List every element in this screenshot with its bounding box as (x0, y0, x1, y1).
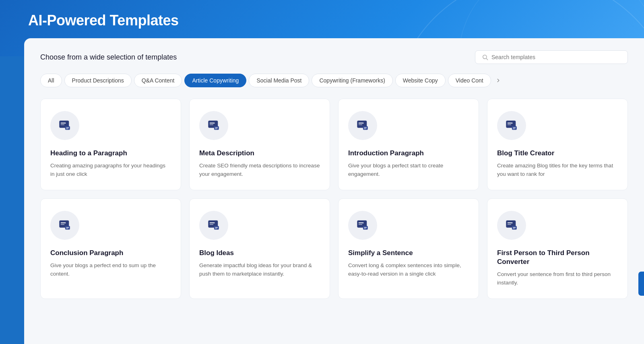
card-description: Give your blogs a perfect start to creat… (348, 162, 469, 179)
tab-article-copywriting[interactable]: Article Copywriting (184, 74, 246, 87)
template-card-blog-title-creator[interactable]: Blog Title Creator Create amazing Blog t… (487, 99, 628, 190)
tab-product-descriptions[interactable]: Product Descriptions (64, 74, 132, 87)
svg-rect-52 (508, 222, 513, 223)
template-icon (355, 117, 370, 134)
tabs-row: AllProduct DescriptionsQ&A ContentArticl… (40, 74, 628, 87)
template-icon (206, 117, 221, 134)
tab-all[interactable]: All (40, 74, 62, 87)
cards-grid: Heading to a Paragraph Creating amazing … (40, 99, 628, 299)
search-input[interactable] (491, 54, 621, 60)
svg-rect-43 (215, 228, 217, 229)
card-description: Creating amazing paragraphs for your hea… (50, 162, 171, 179)
svg-rect-28 (513, 128, 516, 128)
svg-rect-39 (210, 224, 213, 225)
svg-rect-14 (215, 128, 218, 128)
panel-header: Choose from a wide selection of template… (40, 50, 628, 64)
tab-social-media-post[interactable]: Social Media Post (249, 74, 309, 87)
svg-rect-49 (364, 227, 367, 228)
svg-rect-4 (61, 124, 64, 125)
card-icon-wrap (50, 211, 79, 240)
search-icon (482, 54, 488, 60)
svg-rect-22 (364, 128, 365, 129)
card-description: Convert long & complex sentences into si… (348, 262, 469, 278)
svg-line-1 (486, 58, 487, 60)
svg-rect-25 (508, 124, 511, 125)
card-icon-wrap (348, 211, 377, 240)
main-panel: Choose from a wide selection of template… (24, 38, 644, 344)
tab-video-cont[interactable]: Video Cont (448, 74, 491, 87)
template-card-first-to-third-person[interactable]: First Person to Third Person Converter C… (487, 198, 628, 299)
card-description: Generate impactful blog ideas for your b… (199, 262, 320, 278)
svg-rect-53 (508, 224, 511, 225)
template-icon (355, 217, 370, 233)
svg-rect-50 (364, 228, 365, 229)
card-title: Blog Ideas (199, 249, 320, 257)
card-title: Heading to a Paragraph (50, 149, 171, 158)
template-icon (58, 117, 72, 134)
card-title: Conclusion Paragraph (50, 249, 171, 257)
svg-rect-56 (513, 227, 516, 228)
card-icon-wrap (497, 211, 526, 240)
panel-subtitle: Choose from a wide selection of template… (40, 53, 177, 62)
tab-qa-content[interactable]: Q&A Content (134, 74, 182, 87)
template-icon (504, 217, 519, 233)
card-title: Introduction Paragraph (348, 149, 469, 158)
svg-rect-31 (61, 222, 66, 223)
card-title: Simplify a Sentence (348, 249, 469, 257)
svg-point-0 (483, 55, 487, 59)
svg-rect-15 (215, 128, 217, 129)
card-description: Give your blogs a perfect end to sum up … (50, 262, 171, 278)
card-description: Convert your sentence from first to thir… (497, 270, 618, 287)
template-card-introduction-paragraph[interactable]: Introduction Paragraph Give your blogs a… (338, 99, 479, 190)
tabs-next-arrow[interactable] (493, 76, 503, 85)
svg-rect-36 (66, 228, 68, 229)
svg-rect-57 (513, 228, 514, 229)
tab-copywriting-frameworks[interactable]: Copywriting (Frameworks) (312, 74, 392, 87)
svg-rect-10 (210, 123, 215, 124)
card-icon-wrap (50, 111, 79, 140)
svg-rect-29 (513, 128, 514, 129)
svg-rect-46 (359, 224, 362, 225)
svg-rect-18 (359, 124, 362, 125)
template-card-simplify-sentence[interactable]: Simplify a Sentence Convert long & compl… (338, 198, 479, 299)
svg-rect-42 (215, 227, 218, 228)
template-card-blog-ideas[interactable]: Blog Ideas Generate impactful blog ideas… (189, 198, 330, 299)
page-title: AI-Powered Templates (28, 12, 178, 29)
card-description: Create amazing Blog titles for the key t… (497, 162, 618, 179)
template-icon (58, 217, 72, 233)
svg-rect-32 (61, 224, 64, 225)
svg-rect-38 (210, 222, 215, 223)
svg-rect-24 (508, 123, 513, 124)
svg-rect-35 (66, 227, 69, 228)
template-card-meta-description[interactable]: Meta Description Create SEO friendly met… (189, 99, 330, 190)
card-title: Meta Description (199, 149, 320, 158)
card-title: First Person to Third Person Converter (497, 249, 618, 266)
svg-rect-8 (66, 128, 68, 129)
card-description: Create SEO friendly meta descriptions to… (199, 162, 320, 179)
svg-rect-45 (359, 222, 364, 223)
search-box[interactable] (475, 50, 628, 64)
svg-rect-3 (61, 123, 66, 124)
card-icon-wrap (199, 211, 228, 240)
svg-rect-17 (359, 123, 364, 124)
card-title: Blog Title Creator (497, 149, 618, 158)
template-card-conclusion-paragraph[interactable]: Conclusion Paragraph Give your blogs a p… (40, 198, 181, 299)
svg-rect-7 (66, 128, 69, 128)
svg-rect-21 (364, 128, 367, 128)
tab-website-copy[interactable]: Website Copy (395, 74, 446, 87)
card-icon-wrap (348, 111, 377, 140)
card-icon-wrap (199, 111, 228, 140)
template-icon (206, 217, 221, 233)
card-icon-wrap (497, 111, 526, 140)
template-icon (504, 117, 519, 134)
svg-rect-11 (210, 124, 213, 125)
template-card-heading-to-paragraph[interactable]: Heading to a Paragraph Creating amazing … (40, 99, 181, 190)
scrollbar-stub[interactable] (638, 272, 644, 296)
